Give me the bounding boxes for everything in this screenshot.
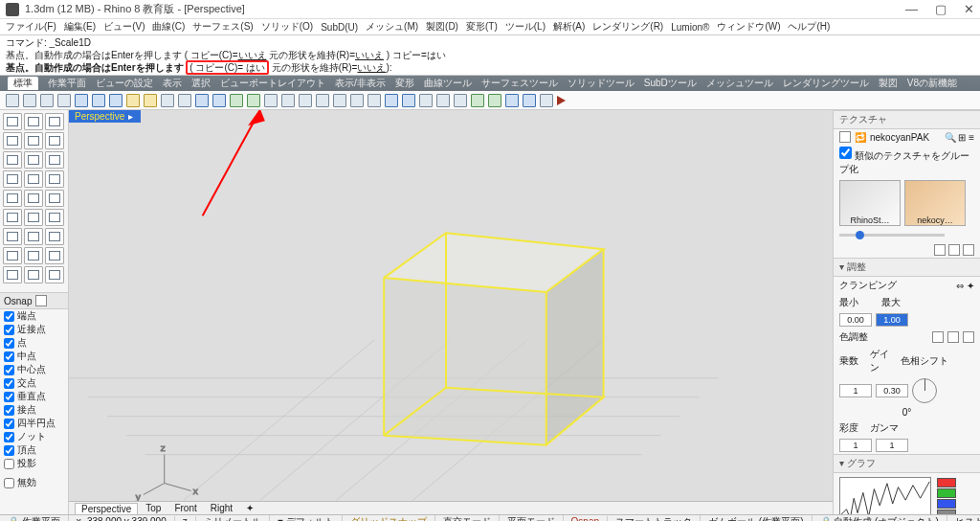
boolean-icon[interactable] [3, 209, 22, 226]
pipe-icon[interactable] [3, 190, 22, 207]
planar-icon[interactable] [333, 94, 346, 107]
menu-file[interactable]: ファイル(F) [6, 20, 56, 34]
menu-view[interactable]: ビュー(V) [103, 20, 145, 34]
osnap-int[interactable]: 交点 [0, 376, 68, 390]
lasso-icon[interactable] [24, 113, 43, 130]
viewport[interactable]: Perspective z x y [69, 110, 833, 514]
snap-icon[interactable] [299, 94, 312, 107]
t12-icon[interactable] [540, 94, 553, 107]
maximize-button[interactable]: ▢ [935, 2, 947, 16]
osnap-point[interactable]: 点 [0, 336, 68, 350]
undo-icon[interactable] [126, 94, 140, 107]
arc-icon[interactable] [45, 132, 64, 149]
extrude-icon[interactable] [24, 190, 43, 207]
tab-transform[interactable]: 変形 [395, 77, 414, 90]
t9-icon[interactable] [488, 94, 501, 107]
paste-icon[interactable] [109, 94, 122, 107]
status-ortho[interactable]: 直交モード [435, 515, 500, 522]
print-icon[interactable] [57, 94, 71, 107]
t11-icon[interactable] [523, 94, 536, 107]
grid-icon[interactable] [281, 94, 295, 107]
open-icon[interactable] [23, 94, 36, 107]
t4-icon[interactable] [402, 94, 415, 107]
status-planar[interactable]: 平面モード [500, 515, 564, 522]
t1-icon[interactable] [350, 94, 364, 107]
vp-tab-top[interactable]: Top [140, 503, 167, 513]
ca-i3[interactable] [963, 331, 974, 343]
mirror-icon[interactable] [24, 247, 43, 264]
menu-subd[interactable]: SubD(U) [321, 22, 358, 33]
t7-icon[interactable] [454, 94, 467, 107]
status-gridsnap[interactable]: グリッドスナップ [343, 515, 435, 522]
split-icon[interactable] [45, 209, 64, 226]
status-smarttrack[interactable]: スマートトラック [608, 515, 701, 522]
texture-header[interactable]: テクスチャ [834, 110, 980, 129]
t6-icon[interactable] [436, 94, 450, 107]
osnap-project[interactable]: 投影 [0, 457, 68, 470]
new-icon[interactable] [6, 94, 19, 107]
status-history[interactable]: ヒストリを記録 [947, 515, 980, 522]
status-layer[interactable]: ■ デフォルト [270, 515, 343, 522]
cplane-icon[interactable] [195, 94, 209, 107]
texture-thumb-2[interactable]: nekocy… [904, 180, 966, 226]
hue-dial[interactable] [912, 378, 937, 403]
tab-surftools[interactable]: サーフェスツール [481, 77, 558, 90]
grid-view-icon[interactable] [934, 244, 946, 256]
rect-icon[interactable] [24, 151, 43, 169]
cyl-icon[interactable] [45, 170, 64, 188]
menu-edit[interactable]: 編集(E) [64, 20, 96, 34]
tab-vplayout[interactable]: ビューポートレイアウト [220, 77, 325, 90]
t3-icon[interactable] [385, 94, 398, 107]
sphere-icon[interactable] [24, 170, 43, 188]
tree-view-icon[interactable] [963, 244, 974, 256]
group-icon[interactable] [45, 228, 64, 245]
trim-icon[interactable] [24, 209, 43, 226]
saturation[interactable]: 1 [839, 439, 872, 452]
multiplier[interactable]: 1 [839, 384, 872, 397]
join-icon[interactable] [3, 228, 22, 245]
close-button[interactable]: ✕ [964, 2, 974, 16]
continue-arrow-icon[interactable] [557, 96, 566, 105]
command-prompt[interactable]: 基点。自動作成の場合はEnterを押します ( コピー(C)= はい 元の形状を… [6, 61, 974, 74]
list-view-icon[interactable] [948, 244, 960, 256]
hide-icon[interactable] [247, 94, 260, 107]
menu-solid[interactable]: ソリッド(O) [261, 20, 313, 34]
command-area[interactable]: コマンド: _Scale1D 基点。自動作成の場合はEnterを押します ( コ… [0, 34, 980, 76]
tab-cplane[interactable]: 作業平面 [48, 77, 86, 90]
channel-g[interactable] [937, 488, 956, 498]
setview-icon[interactable] [212, 94, 226, 107]
rotate-icon[interactable] [178, 94, 191, 107]
minimize-button[interactable]: — [905, 2, 918, 16]
status-gumball[interactable]: ガムボール (作業平面) [701, 515, 812, 522]
text-icon[interactable] [24, 266, 43, 283]
channel-b[interactable] [937, 499, 956, 509]
dim-icon[interactable] [3, 266, 22, 283]
panel-menu-icon[interactable] [839, 131, 851, 143]
box-icon[interactable] [3, 170, 22, 188]
gamma[interactable]: 1 [876, 439, 908, 452]
status-units[interactable]: ミリメートル [196, 515, 270, 522]
vp-tab-right[interactable]: Right [205, 503, 238, 513]
menu-curve[interactable]: 曲線(C) [152, 20, 185, 34]
tab-setview[interactable]: ビューの設定 [96, 77, 153, 90]
osnap-end[interactable]: 端点 [0, 309, 68, 323]
menu-render[interactable]: レンダリング(R) [592, 20, 663, 34]
vp-tab-front[interactable]: Front [168, 503, 202, 513]
tab-rendertools[interactable]: レンダリングツール [783, 77, 869, 90]
viewport-label[interactable]: Perspective [69, 110, 141, 123]
t8-icon[interactable] [471, 94, 484, 107]
graph-header[interactable]: ▾ グラフ [834, 454, 980, 473]
clamp-max[interactable]: 1.00 [876, 313, 908, 327]
show-icon[interactable] [230, 94, 243, 107]
osnap-cen[interactable]: 中心点 [0, 363, 68, 376]
osnap-quad[interactable]: 四半円点 [0, 417, 68, 430]
tab-display[interactable]: 表示 [163, 77, 182, 90]
adjust-header[interactable]: ▾ 調整 [834, 258, 980, 277]
group-similar[interactable]: 類似のテクスチャをグループ化 [839, 147, 974, 176]
pointer-icon[interactable] [3, 113, 22, 130]
t5-icon[interactable] [419, 94, 433, 107]
clamp-min[interactable]: 0.00 [839, 313, 872, 327]
ca-i1[interactable] [932, 331, 944, 343]
vp-tab-add[interactable]: ✦ [240, 503, 259, 513]
save-icon[interactable] [40, 94, 54, 107]
